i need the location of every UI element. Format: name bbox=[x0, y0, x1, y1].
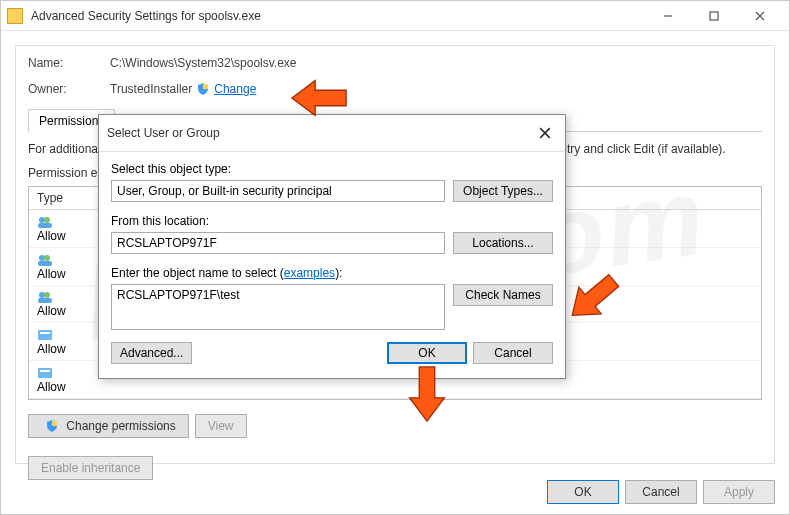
ok-button[interactable]: OK bbox=[547, 480, 619, 504]
window-controls bbox=[645, 1, 783, 31]
advanced-button[interactable]: Advanced... bbox=[111, 342, 192, 364]
cell-type: Allow bbox=[37, 267, 66, 281]
cell-type: Allow bbox=[37, 342, 66, 356]
dialog-titlebar: Select User or Group bbox=[99, 115, 565, 152]
location-label: From this location: bbox=[111, 214, 209, 228]
apply-button: Apply bbox=[703, 480, 775, 504]
svg-point-11 bbox=[44, 292, 50, 298]
change-owner-link[interactable]: Change bbox=[214, 82, 256, 96]
window-title: Advanced Security Settings for spoolsv.e… bbox=[31, 9, 645, 23]
dialog-title: Select User or Group bbox=[107, 126, 533, 140]
folder-icon bbox=[7, 8, 23, 24]
name-row: Name: C:\Windows\System32\spoolsv.exe bbox=[28, 56, 762, 70]
users-icon bbox=[37, 215, 53, 229]
check-names-button[interactable]: Check Names bbox=[453, 284, 553, 306]
object-type-input[interactable] bbox=[111, 180, 445, 202]
users-icon bbox=[37, 253, 53, 267]
svg-point-8 bbox=[44, 255, 50, 261]
svg-rect-15 bbox=[38, 368, 52, 378]
dialog-ok-button[interactable]: OK bbox=[387, 342, 467, 364]
permission-actions: Change permissions View bbox=[28, 414, 762, 438]
dialog-body: Select this object type: Object Types...… bbox=[99, 152, 565, 378]
shield-icon bbox=[196, 82, 210, 96]
minimize-button[interactable] bbox=[645, 1, 691, 31]
view-button: View bbox=[195, 414, 247, 438]
object-type-label: Select this object type: bbox=[111, 162, 231, 176]
name-value: C:\Windows\System32\spoolsv.exe bbox=[110, 56, 297, 70]
shield-icon bbox=[45, 419, 59, 433]
maximize-button[interactable] bbox=[691, 1, 737, 31]
svg-rect-16 bbox=[40, 370, 50, 372]
close-button[interactable] bbox=[737, 1, 783, 31]
dialog-close-button[interactable] bbox=[533, 121, 557, 145]
col-type: Type bbox=[29, 187, 89, 209]
cell-type: Allow bbox=[37, 229, 66, 243]
cell-type: Allow bbox=[37, 380, 66, 394]
object-name-label-post: ): bbox=[335, 266, 342, 280]
change-permissions-label: Change permissions bbox=[66, 419, 175, 433]
name-label: Name: bbox=[28, 56, 110, 70]
dialog-cancel-button[interactable]: Cancel bbox=[473, 342, 553, 364]
owner-value: TrustedInstaller bbox=[110, 82, 192, 96]
svg-rect-1 bbox=[710, 12, 718, 20]
cell-type: Allow bbox=[37, 304, 66, 318]
locations-button[interactable]: Locations... bbox=[453, 232, 553, 254]
object-types-button[interactable]: Object Types... bbox=[453, 180, 553, 202]
svg-rect-12 bbox=[38, 298, 52, 303]
location-input[interactable] bbox=[111, 232, 445, 254]
group-icon bbox=[37, 328, 53, 342]
svg-rect-9 bbox=[38, 261, 52, 266]
svg-rect-14 bbox=[40, 332, 50, 334]
enable-inheritance-button: Enable inheritance bbox=[28, 456, 153, 480]
change-permissions-button[interactable]: Change permissions bbox=[28, 414, 189, 438]
object-name-input[interactable] bbox=[111, 284, 445, 330]
examples-link[interactable]: examples bbox=[284, 266, 335, 280]
owner-row: Owner: TrustedInstaller Change bbox=[28, 82, 762, 96]
select-user-group-dialog: Select User or Group Select this object … bbox=[98, 114, 566, 379]
cancel-button[interactable]: Cancel bbox=[625, 480, 697, 504]
svg-rect-13 bbox=[38, 330, 52, 340]
svg-point-5 bbox=[44, 217, 50, 223]
titlebar: Advanced Security Settings for spoolsv.e… bbox=[1, 1, 789, 31]
svg-rect-6 bbox=[38, 223, 52, 228]
group-icon bbox=[37, 366, 53, 380]
window-footer: OK Cancel Apply bbox=[547, 480, 775, 504]
owner-label: Owner: bbox=[28, 82, 110, 96]
users-icon bbox=[37, 290, 53, 304]
object-name-label-pre: Enter the object name to select ( bbox=[111, 266, 284, 280]
